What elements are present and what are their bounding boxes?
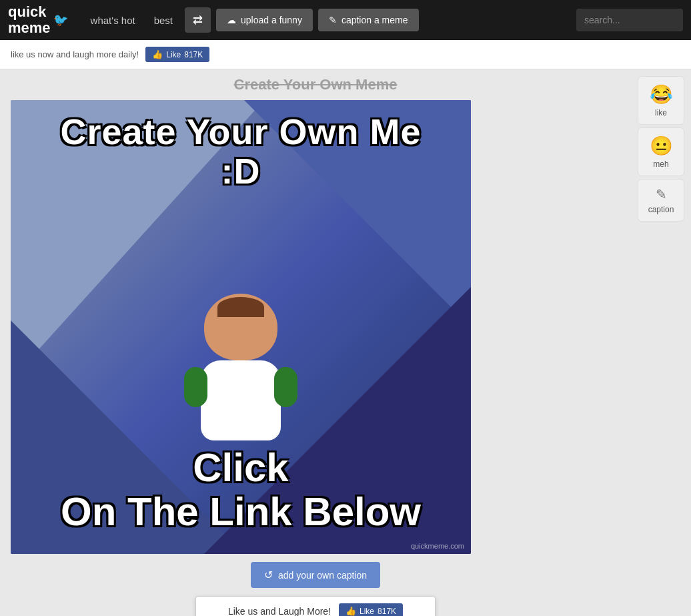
upload-icon: ☁ (227, 15, 236, 25)
meh-emoji-icon: 😐 (650, 135, 673, 157)
logo-line1: quick (8, 3, 46, 20)
logo[interactable]: quick meme 🐦 (8, 4, 68, 36)
fb-bar-text: like us now and laugh more daily! (11, 49, 139, 59)
logo-line2: meme (8, 19, 51, 36)
fb-popup-text: Like us and Laugh More! (228, 606, 331, 617)
action-row: ↺ add your own caption (11, 554, 620, 596)
fb-popup-like-label: Like (360, 607, 374, 616)
caption-sidebar-button[interactable]: ✎ caption (638, 179, 684, 222)
page-title: Create Your Own Meme (11, 76, 620, 93)
like-sidebar-label: like (655, 108, 667, 117)
baby-sleeve-left (184, 367, 207, 407)
meme-watermark: quickmeme.com (411, 542, 464, 550)
fb-popup: Like us and Laugh More! 👍 Like 817K (195, 596, 436, 616)
fb-popup-thumb-icon: 👍 (346, 606, 356, 616)
add-caption-label: add your own caption (278, 570, 367, 581)
meh-sidebar-button[interactable]: 😐 meh (638, 127, 684, 176)
meme-top-text: Create Your Own Me :D (11, 112, 471, 192)
caption-nav-label: caption a meme (341, 15, 408, 25)
shuffle-button[interactable]: ⇄ (185, 7, 211, 33)
baby-sleeve-right (274, 367, 297, 407)
baby-hair (217, 297, 264, 317)
nav-whats-hot[interactable]: what's hot (84, 12, 142, 29)
thumb-up-icon: 👍 (152, 49, 163, 59)
fb-popup-like-count: 817K (378, 607, 396, 616)
baby-body (201, 360, 281, 440)
fb-bar-like-label: Like (166, 50, 181, 59)
baby-head (204, 294, 277, 360)
fb-bar-like-button[interactable]: 👍 Like 817K (145, 47, 209, 62)
fb-popup-like-button[interactable]: 👍 Like 817K (339, 603, 403, 616)
nav-best[interactable]: best (147, 12, 179, 29)
main-content: Create Your Own Meme Create Your Own Me … (0, 69, 691, 616)
meme-image[interactable]: Create Your Own Me :D Click On The Link … (11, 100, 471, 554)
meme-bottom-text: Click On The Link Below (11, 446, 471, 534)
fb-bar: like us now and laugh more daily! 👍 Like… (0, 40, 691, 69)
like-sidebar-button[interactable]: 😂 like (638, 76, 684, 125)
logo-bird-icon: 🐦 (53, 13, 68, 27)
retweet-icon: ↺ (264, 569, 273, 581)
right-sidebar: 😂 like 😐 meh ✎ caption (631, 76, 691, 616)
upload-button[interactable]: ☁ upload a funny (216, 9, 313, 31)
caption-button[interactable]: ✎ caption a meme (318, 9, 419, 31)
pencil-icon: ✎ (656, 186, 667, 202)
caption-sidebar-label: caption (648, 205, 674, 214)
add-caption-button[interactable]: ↺ add your own caption (251, 562, 380, 588)
meh-sidebar-label: meh (653, 160, 668, 169)
shuffle-icon: ⇄ (193, 13, 203, 27)
left-column: Create Your Own Meme Create Your Own Me … (0, 76, 631, 616)
baby-figure (174, 294, 307, 467)
caption-nav-icon: ✎ (329, 15, 337, 25)
search-input[interactable] (576, 9, 683, 31)
navbar: quick meme 🐦 what's hot best ⇄ ☁ upload … (0, 0, 691, 40)
like-emoji-icon: 😂 (650, 83, 673, 105)
fb-bar-like-count: 817K (184, 50, 203, 59)
upload-label: upload a funny (241, 15, 302, 25)
